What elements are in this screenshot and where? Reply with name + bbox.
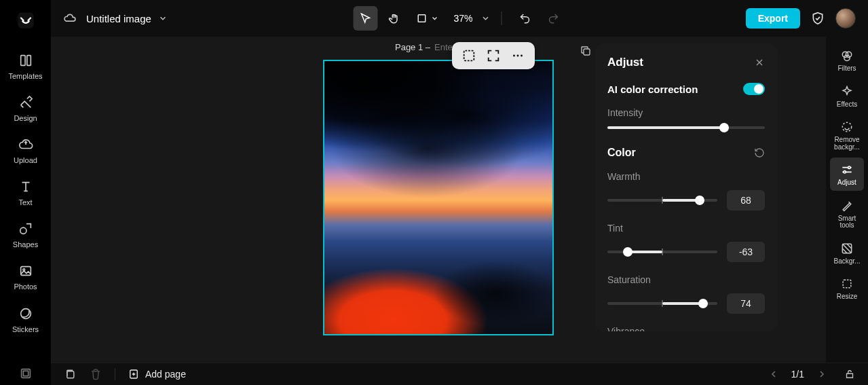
zoom-level[interactable]: 37% xyxy=(453,13,472,24)
svg-point-16 xyxy=(846,52,851,57)
vibrance-label: Vibrance xyxy=(607,326,765,331)
floating-toolbar xyxy=(452,42,535,69)
left-rail: Templates Design Upload Text Shapes Phot… xyxy=(0,0,51,385)
selection-tool-icon[interactable] xyxy=(461,48,476,63)
right-item-background[interactable]: Backgr... xyxy=(830,236,864,270)
svg-point-19 xyxy=(848,166,850,168)
expand-icon[interactable] xyxy=(486,48,501,63)
ai-color-label: AI color correction xyxy=(607,84,698,95)
page-counter-text: 1/1 xyxy=(791,369,804,380)
svg-rect-9 xyxy=(23,371,28,375)
intensity-slider[interactable] xyxy=(607,126,765,129)
sidebar-item-frames[interactable] xyxy=(0,358,51,385)
undo-button[interactable] xyxy=(513,6,537,31)
sidebar-item-templates[interactable]: Templates xyxy=(0,45,51,87)
svg-point-20 xyxy=(844,171,846,173)
sidebar-item-design[interactable]: Design xyxy=(0,87,51,129)
warmth-slider[interactable] xyxy=(607,199,717,202)
sidebar-item-shapes[interactable]: Shapes xyxy=(0,213,51,255)
right-item-filters[interactable]: Filters xyxy=(830,43,864,77)
svg-point-12 xyxy=(517,55,519,57)
sidebar-item-stickers[interactable]: Stickers xyxy=(0,298,51,340)
sidebar-item-text[interactable]: Text xyxy=(0,171,51,213)
tint-slider[interactable] xyxy=(607,251,717,253)
zoom-chevron-icon[interactable] xyxy=(481,14,491,23)
right-item-remove-bg[interactable]: Remove backgr... xyxy=(830,115,864,155)
panel-title: Adjust xyxy=(607,56,643,69)
svg-rect-1 xyxy=(18,12,33,28)
right-label: Effects xyxy=(837,101,857,109)
app-logo[interactable] xyxy=(12,7,39,34)
warmth-label: Warmth xyxy=(607,171,765,182)
page-index-label: Page 1 – xyxy=(395,42,430,52)
right-label: Smart tools xyxy=(830,215,864,230)
bottombar: Add page 1/1 xyxy=(51,363,868,385)
hand-tool-button[interactable] xyxy=(381,6,406,31)
canvas-image[interactable] xyxy=(324,61,552,334)
svg-point-4 xyxy=(20,228,26,234)
ai-color-toggle[interactable] xyxy=(743,83,765,95)
sidebar-label: Templates xyxy=(8,72,42,80)
svg-rect-3 xyxy=(26,56,31,66)
prev-page-icon[interactable] xyxy=(768,369,779,380)
canvas-frame[interactable] xyxy=(323,60,554,335)
tint-label: Tint xyxy=(607,223,765,234)
tint-value[interactable]: -63 xyxy=(727,242,765,262)
svg-rect-2 xyxy=(20,56,24,66)
right-item-smart-tools[interactable]: Smart tools xyxy=(830,194,864,234)
right-item-adjust[interactable]: Adjust xyxy=(830,158,864,191)
shield-icon[interactable] xyxy=(811,12,825,25)
svg-rect-5 xyxy=(20,267,31,276)
user-avatar[interactable] xyxy=(835,8,856,29)
sidebar-label: Design xyxy=(14,114,37,122)
right-rail: Filters Effects Remove backgr... Adjust … xyxy=(826,37,868,363)
right-label: Remove backgr... xyxy=(830,136,864,151)
topbar: Untitled image 37% Export xyxy=(51,0,868,37)
reset-color-icon[interactable] xyxy=(754,147,765,158)
svg-rect-0 xyxy=(418,15,426,22)
adjust-panel: Adjust AI color correction Intensity Col… xyxy=(595,43,777,331)
svg-point-11 xyxy=(513,55,515,57)
trash-icon xyxy=(89,367,102,381)
topbar-right: Export xyxy=(746,8,856,29)
right-label: Adjust xyxy=(837,179,856,187)
duplicate-page-icon[interactable] xyxy=(580,45,592,57)
saturation-slider[interactable] xyxy=(607,302,717,305)
add-page-label: Add page xyxy=(145,369,186,380)
file-title[interactable]: Untitled image xyxy=(86,13,151,24)
page-counter: 1/1 xyxy=(768,369,827,380)
more-icon[interactable] xyxy=(510,48,525,63)
sidebar-item-photos[interactable]: Photos xyxy=(0,255,51,297)
sidebar-label: Stickers xyxy=(12,325,39,333)
intensity-label: Intensity xyxy=(607,107,765,118)
right-item-resize[interactable]: Resize xyxy=(830,272,864,305)
svg-rect-10 xyxy=(464,51,474,61)
right-item-effects[interactable]: Effects xyxy=(830,79,864,113)
divider xyxy=(502,12,502,25)
cloud-sync-icon[interactable] xyxy=(63,12,77,25)
redo-button[interactable] xyxy=(542,6,566,31)
select-tool-button[interactable] xyxy=(353,6,377,31)
sidebar-label: Upload xyxy=(14,156,37,164)
pages-overview-icon[interactable] xyxy=(63,367,77,381)
sidebar-label: Shapes xyxy=(13,240,38,249)
right-label: Filters xyxy=(837,65,856,73)
right-label: Resize xyxy=(837,293,858,301)
sidebar-label: Text xyxy=(18,198,32,206)
saturation-value[interactable]: 74 xyxy=(727,293,765,314)
sidebar-label: Photos xyxy=(14,282,37,291)
svg-rect-14 xyxy=(584,49,590,55)
file-title-chevron-icon[interactable] xyxy=(158,14,168,23)
lock-icon[interactable] xyxy=(844,368,856,380)
right-label: Backgr... xyxy=(834,258,861,265)
svg-point-17 xyxy=(844,55,850,60)
sidebar-item-upload[interactable]: Upload xyxy=(0,129,51,171)
crop-tool-button[interactable] xyxy=(410,6,444,31)
close-icon[interactable] xyxy=(754,57,765,68)
warmth-value[interactable]: 68 xyxy=(727,190,765,210)
divider xyxy=(115,368,115,380)
next-page-icon[interactable] xyxy=(816,369,827,380)
add-page-button[interactable]: Add page xyxy=(128,368,186,380)
svg-point-13 xyxy=(521,55,523,57)
export-button[interactable]: Export xyxy=(746,8,800,29)
